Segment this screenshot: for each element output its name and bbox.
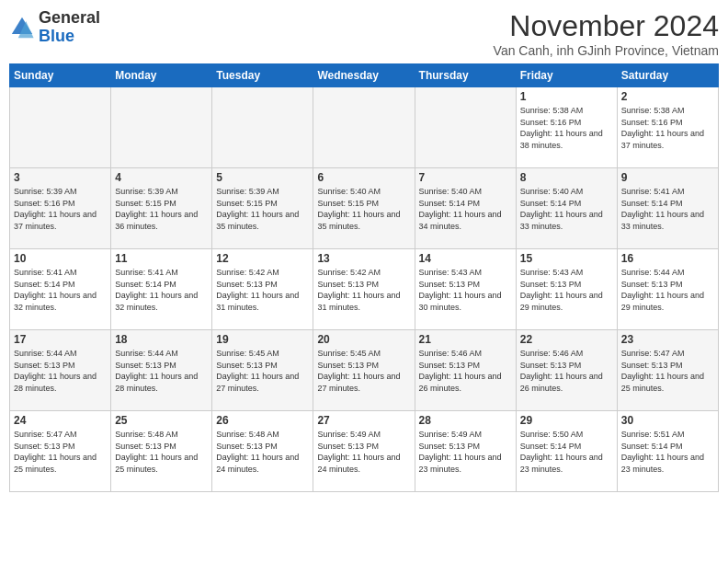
calendar-week-5: 24 Sunrise: 5:47 AM Sunset: 5:13 PM Dayl… [10, 411, 719, 492]
day-info: Sunrise: 5:41 AM Sunset: 5:14 PM Dayligh… [115, 267, 208, 313]
sunrise-text: Sunrise: 5:49 AM [317, 430, 381, 439]
calendar-cell [415, 87, 516, 168]
day-number: 19 [216, 333, 309, 346]
day-header-wednesday: Wednesday [313, 64, 415, 87]
day-number: 18 [115, 333, 208, 346]
sunset-text: Sunset: 5:13 PM [317, 280, 379, 289]
calendar-cell: 23 Sunrise: 5:47 AM Sunset: 5:13 PM Dayl… [617, 330, 718, 411]
calendar-cell: 16 Sunrise: 5:44 AM Sunset: 5:13 PM Dayl… [617, 249, 718, 330]
daylight-text: Daylight: 11 hours and 33 minutes. [621, 210, 704, 231]
day-header-sunday: Sunday [10, 64, 111, 87]
sunset-text: Sunset: 5:13 PM [419, 280, 481, 289]
sunset-text: Sunset: 5:14 PM [520, 199, 582, 208]
day-info: Sunrise: 5:42 AM Sunset: 5:13 PM Dayligh… [317, 267, 410, 313]
sunset-text: Sunset: 5:13 PM [216, 361, 278, 370]
logo-icon [9, 15, 35, 40]
day-number: 10 [14, 252, 107, 265]
daylight-text: Daylight: 11 hours and 30 minutes. [419, 291, 502, 312]
calendar-cell: 8 Sunrise: 5:40 AM Sunset: 5:14 PM Dayli… [516, 168, 617, 249]
sunset-text: Sunset: 5:13 PM [419, 361, 481, 370]
calendar-cell: 29 Sunrise: 5:50 AM Sunset: 5:14 PM Dayl… [516, 411, 617, 492]
daylight-text: Daylight: 11 hours and 36 minutes. [115, 210, 198, 231]
daylight-text: Daylight: 11 hours and 29 minutes. [621, 291, 704, 312]
sunrise-text: Sunrise: 5:48 AM [115, 430, 178, 439]
day-number: 1 [520, 90, 613, 103]
day-number: 16 [621, 252, 714, 265]
day-number: 26 [216, 414, 309, 427]
day-number: 9 [621, 171, 714, 184]
day-info: Sunrise: 5:47 AM Sunset: 5:13 PM Dayligh… [14, 429, 107, 475]
calendar-header-row: SundayMondayTuesdayWednesdayThursdayFrid… [10, 64, 719, 87]
sunset-text: Sunset: 5:13 PM [14, 442, 75, 451]
sunrise-text: Sunrise: 5:41 AM [621, 187, 685, 196]
day-info: Sunrise: 5:39 AM Sunset: 5:16 PM Dayligh… [14, 186, 107, 232]
day-number: 13 [317, 252, 410, 265]
daylight-text: Daylight: 11 hours and 38 minutes. [520, 129, 603, 150]
calendar-cell: 2 Sunrise: 5:38 AM Sunset: 5:16 PM Dayli… [617, 87, 718, 168]
daylight-text: Daylight: 11 hours and 25 minutes. [621, 372, 704, 393]
calendar-cell: 1 Sunrise: 5:38 AM Sunset: 5:16 PM Dayli… [516, 87, 617, 168]
day-number: 30 [621, 414, 714, 427]
calendar-cell: 21 Sunrise: 5:46 AM Sunset: 5:13 PM Dayl… [415, 330, 516, 411]
day-header-friday: Friday [516, 64, 617, 87]
logo-text: General Blue [39, 9, 100, 46]
day-header-thursday: Thursday [415, 64, 516, 87]
day-info: Sunrise: 5:45 AM Sunset: 5:13 PM Dayligh… [216, 348, 309, 394]
sunset-text: Sunset: 5:15 PM [317, 199, 379, 208]
sunset-text: Sunset: 5:16 PM [621, 118, 683, 127]
day-number: 27 [317, 414, 410, 427]
sunrise-text: Sunrise: 5:51 AM [621, 430, 685, 439]
day-info: Sunrise: 5:43 AM Sunset: 5:13 PM Dayligh… [419, 267, 512, 313]
calendar-cell [313, 87, 415, 168]
sunset-text: Sunset: 5:13 PM [419, 442, 481, 451]
day-info: Sunrise: 5:48 AM Sunset: 5:13 PM Dayligh… [115, 429, 208, 475]
sunrise-text: Sunrise: 5:46 AM [520, 349, 584, 358]
sunset-text: Sunset: 5:13 PM [317, 442, 379, 451]
day-header-tuesday: Tuesday [212, 64, 313, 87]
daylight-text: Daylight: 11 hours and 31 minutes. [317, 291, 400, 312]
sunrise-text: Sunrise: 5:39 AM [115, 187, 178, 196]
sunset-text: Sunset: 5:16 PM [520, 118, 582, 127]
daylight-text: Daylight: 11 hours and 27 minutes. [216, 372, 299, 393]
day-info: Sunrise: 5:50 AM Sunset: 5:14 PM Dayligh… [520, 429, 613, 475]
daylight-text: Daylight: 11 hours and 37 minutes. [621, 129, 704, 150]
day-number: 12 [216, 252, 309, 265]
day-number: 14 [419, 252, 512, 265]
day-header-saturday: Saturday [617, 64, 718, 87]
sunrise-text: Sunrise: 5:42 AM [216, 268, 279, 277]
day-number: 29 [520, 414, 613, 427]
daylight-text: Daylight: 11 hours and 26 minutes. [419, 372, 502, 393]
day-info: Sunrise: 5:46 AM Sunset: 5:13 PM Dayligh… [419, 348, 512, 394]
calendar-cell: 9 Sunrise: 5:41 AM Sunset: 5:14 PM Dayli… [617, 168, 718, 249]
daylight-text: Daylight: 11 hours and 25 minutes. [14, 453, 97, 474]
day-info: Sunrise: 5:44 AM Sunset: 5:13 PM Dayligh… [14, 348, 107, 394]
sunset-text: Sunset: 5:14 PM [419, 199, 481, 208]
daylight-text: Daylight: 11 hours and 23 minutes. [621, 453, 704, 474]
day-number: 5 [216, 171, 309, 184]
daylight-text: Daylight: 11 hours and 37 minutes. [14, 210, 97, 231]
day-number: 21 [419, 333, 512, 346]
sunset-text: Sunset: 5:14 PM [621, 442, 683, 451]
sunrise-text: Sunrise: 5:46 AM [419, 349, 483, 358]
day-info: Sunrise: 5:51 AM Sunset: 5:14 PM Dayligh… [621, 429, 714, 475]
day-info: Sunrise: 5:49 AM Sunset: 5:13 PM Dayligh… [419, 429, 512, 475]
day-info: Sunrise: 5:44 AM Sunset: 5:13 PM Dayligh… [115, 348, 208, 394]
sunrise-text: Sunrise: 5:42 AM [317, 268, 381, 277]
sunrise-text: Sunrise: 5:44 AM [621, 268, 685, 277]
sunset-text: Sunset: 5:14 PM [520, 442, 582, 451]
sunrise-text: Sunrise: 5:40 AM [317, 187, 381, 196]
daylight-text: Daylight: 11 hours and 33 minutes. [520, 210, 603, 231]
sunset-text: Sunset: 5:15 PM [115, 199, 176, 208]
calendar-week-3: 10 Sunrise: 5:41 AM Sunset: 5:14 PM Dayl… [10, 249, 719, 330]
daylight-text: Daylight: 11 hours and 28 minutes. [14, 372, 97, 393]
day-header-monday: Monday [111, 64, 212, 87]
day-number: 17 [14, 333, 107, 346]
sunrise-text: Sunrise: 5:43 AM [419, 268, 483, 277]
calendar-week-2: 3 Sunrise: 5:39 AM Sunset: 5:16 PM Dayli… [10, 168, 719, 249]
calendar-cell: 22 Sunrise: 5:46 AM Sunset: 5:13 PM Dayl… [516, 330, 617, 411]
calendar-cell: 17 Sunrise: 5:44 AM Sunset: 5:13 PM Dayl… [10, 330, 111, 411]
calendar-cell: 4 Sunrise: 5:39 AM Sunset: 5:15 PM Dayli… [111, 168, 212, 249]
sunset-text: Sunset: 5:13 PM [317, 361, 379, 370]
day-number: 2 [621, 90, 714, 103]
calendar-cell: 24 Sunrise: 5:47 AM Sunset: 5:13 PM Dayl… [10, 411, 111, 492]
